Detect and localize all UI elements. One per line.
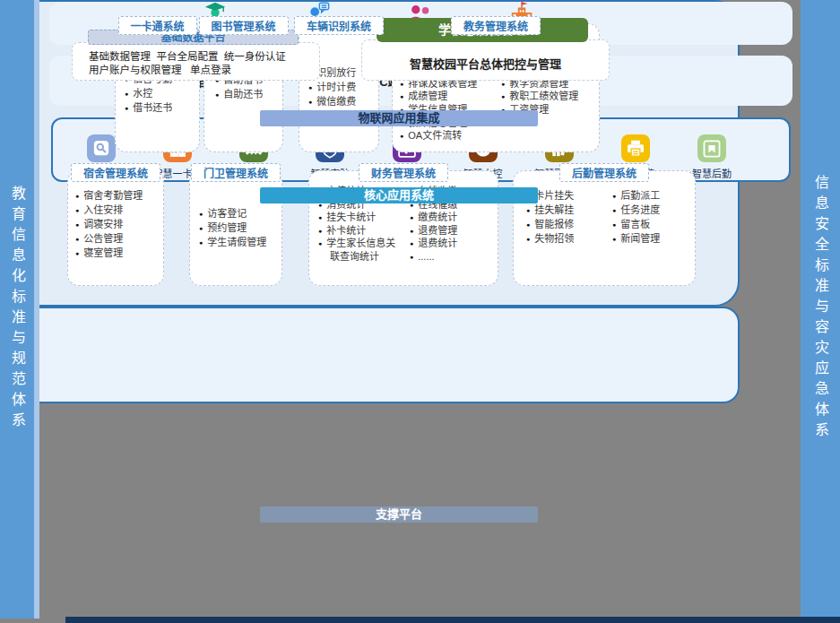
right-sidebar: 信息安全标准与容灾应急体系 <box>801 0 840 617</box>
system-feature-item: 成绩管理 <box>400 91 496 104</box>
system-feature-item: 挂失卡统计 <box>318 212 404 225</box>
support-section-title: 支撑平台 <box>260 506 538 523</box>
system-feature-item: ...... <box>410 251 496 264</box>
system-card-后勤管理系统: 后勤管理系统卡片挂失挂失解挂智能报修失物招领后勤派工任务进度留言板新闻管理 <box>513 170 696 286</box>
iot-tile <box>87 134 116 162</box>
system-feature-item: 任务进度 <box>612 203 693 218</box>
system-card-column: 宿舍考勤管理入住安排调寝安排公告管理寝室管理 <box>75 189 161 285</box>
iot-tile <box>621 134 650 162</box>
system-card-title: 门卫管理系统 <box>191 163 281 182</box>
system-feature-item: 预约管理 <box>199 221 280 236</box>
system-feature-item: 留言板 <box>612 218 693 232</box>
base-platform-line: 用户账户与权限管理 单点登录 <box>89 64 319 77</box>
system-feature-item: 自助还书 <box>215 88 279 102</box>
core-section-title: 核心应用系统 <box>260 187 538 203</box>
system-card-title: 财务管理系统 <box>359 163 448 182</box>
system-feature-item: OA文件流转 <box>400 130 496 143</box>
base-platform-line: 基础数据管理 平台全局配置 统一身份认证 <box>89 50 319 64</box>
school-admin-card: 智慧校园平台总体把控与管理 <box>361 39 610 81</box>
left-sidebar-text: 教育信息化标准与规范体系 <box>6 186 28 433</box>
system-feature-item: 教职工绩效管理 <box>501 91 597 104</box>
system-card-title: 教务管理系统 <box>451 16 541 35</box>
system-feature-item: 卡片挂失 <box>526 189 607 203</box>
support-section: 基础数据平台 基础数据管理 平台全局配置 统一身份认证 用户账户与权限管理 单点… <box>0 307 740 403</box>
system-card-title: 一卡通系统 <box>117 16 196 35</box>
system-feature-item: 微信缴费 <box>308 95 375 109</box>
school-admin-description: 智慧校园平台总体把控与管理 <box>410 55 561 72</box>
system-feature-item: 借书还书 <box>125 101 195 116</box>
system-feature-item: 失物招领 <box>526 232 607 247</box>
system-feature-item: 水控 <box>125 87 195 101</box>
system-feature-item: 入住安排 <box>75 203 161 218</box>
system-card-title: 车辆识别系统 <box>294 16 384 35</box>
right-sidebar-text: 信息安全标准与容灾应急体系 <box>810 175 831 443</box>
system-feature-item: 调寝安排 <box>75 218 161 232</box>
system-feature-item: 缴费统计 <box>410 212 496 225</box>
system-feature-item: 新闻管理 <box>612 232 693 247</box>
system-feature-item: 访客登记 <box>199 207 280 221</box>
system-feature-item: 学生请假管理 <box>199 236 280 250</box>
system-feature-item: 学生家长信息关联查询统计 <box>318 238 404 263</box>
system-card-title: 图书管理系统 <box>198 16 288 35</box>
system-feature-item: 公告管理 <box>75 232 161 247</box>
system-feature-item: 宿舍考勤管理 <box>75 189 161 203</box>
base-data-platform-card: 基础数据管理 平台全局配置 统一身份认证 用户账户与权限管理 单点登录 <box>72 42 320 81</box>
system-feature-item: 挂失解挂 <box>526 203 607 218</box>
bottom-accent-bar <box>65 617 840 623</box>
left-sidebar-strip <box>34 0 39 619</box>
left-sidebar: 教育信息化标准与规范体系 <box>0 0 34 619</box>
system-card-column: 卡片挂失挂失解挂智能报修失物招领 <box>526 189 607 285</box>
iot-tile <box>697 134 726 162</box>
system-feature-item: 补卡统计 <box>318 225 404 238</box>
system-card-title: 后勤管理系统 <box>559 163 649 182</box>
system-card-宿舍管理系统: 宿舍管理系统宿舍考勤管理入住安排调寝安排公告管理寝室管理 <box>67 170 164 286</box>
system-feature-item: 寝室管理 <box>75 247 161 261</box>
system-card-column: 后勤派工任务进度留言板新闻管理 <box>612 189 693 285</box>
iot-tile-label: 智慧后勤 <box>692 166 732 180</box>
system-feature-item: 计时计费 <box>308 81 375 95</box>
iot-section-title: 物联网应用集成 <box>260 110 538 126</box>
system-feature-item: 退费统计 <box>410 238 496 251</box>
system-feature-item: 后勤派工 <box>612 189 693 203</box>
system-feature-item: 智能报修 <box>526 218 607 232</box>
system-card-title: 宿舍管理系统 <box>71 163 160 182</box>
system-feature-item: 退费管理 <box>410 225 496 238</box>
